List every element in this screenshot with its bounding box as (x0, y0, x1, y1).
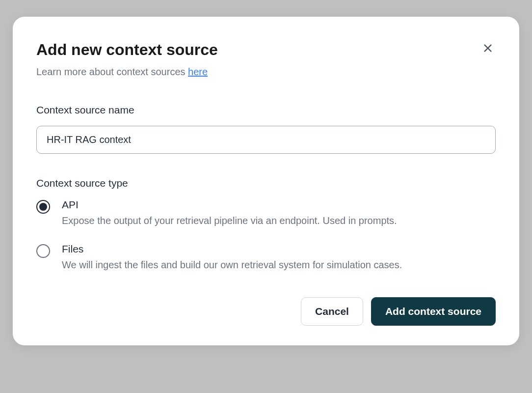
radio-title-files: Files (62, 243, 496, 255)
name-label: Context source name (36, 104, 496, 116)
type-radio-group: API Expose the output of your retrieval … (36, 199, 496, 272)
radio-title-api: API (62, 199, 496, 211)
modal-subtitle: Learn more about context sources here (36, 65, 496, 79)
name-field-group: Context source name (36, 104, 496, 154)
type-label: Context source type (36, 177, 496, 189)
modal-header: Add new context source Learn more about … (36, 40, 496, 79)
radio-content-files: Files We will ingest the files and build… (62, 243, 496, 272)
subtitle-text: Learn more about context sources (36, 66, 188, 77)
radio-content-api: API Expose the output of your retrieval … (62, 199, 496, 227)
learn-more-link[interactable]: here (188, 66, 208, 77)
add-context-source-button[interactable]: Add context source (371, 297, 496, 326)
cancel-button[interactable]: Cancel (301, 297, 363, 326)
close-icon (482, 43, 493, 54)
type-field-group: Context source type API Expose the outpu… (36, 177, 496, 272)
radio-description-api: Expose the output of your retrieval pipe… (62, 214, 496, 227)
context-source-name-input[interactable] (36, 126, 496, 154)
add-context-source-modal: Add new context source Learn more about … (13, 17, 519, 345)
radio-option-api[interactable]: API Expose the output of your retrieval … (36, 199, 496, 227)
radio-option-files[interactable]: Files We will ingest the files and build… (36, 243, 496, 272)
radio-indicator-files (36, 244, 50, 258)
radio-indicator-api (36, 200, 50, 214)
modal-title: Add new context source (36, 40, 496, 59)
close-button[interactable] (480, 40, 496, 56)
radio-description-files: We will ingest the files and build our o… (62, 258, 496, 272)
modal-footer: Cancel Add context source (36, 297, 496, 326)
